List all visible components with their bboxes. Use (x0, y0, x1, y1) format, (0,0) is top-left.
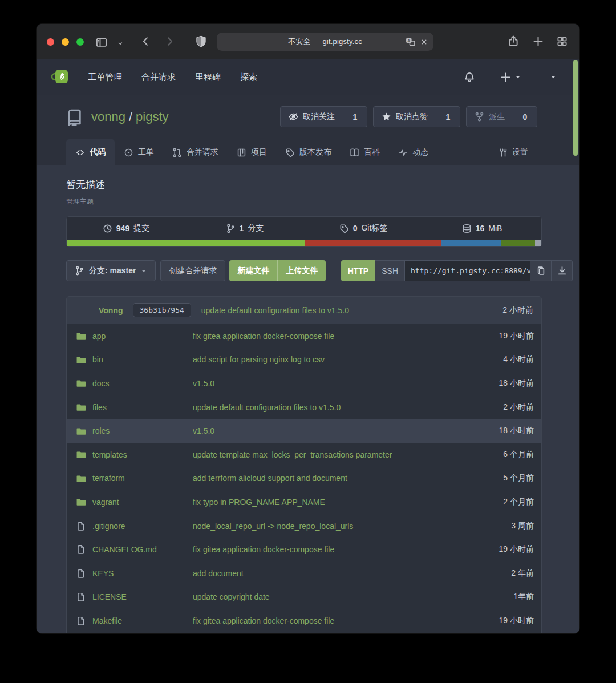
file-commit-time: 2 小时前 (503, 402, 534, 413)
commit-message-link[interactable]: update default configuration files to v1… (201, 306, 503, 315)
file-icon (76, 616, 92, 625)
file-name-link[interactable]: templates (92, 450, 193, 459)
navbar-item-工单管理[interactable]: 工单管理 (88, 72, 122, 83)
share-button[interactable] (508, 35, 519, 47)
file-row: docsv1.5.018 小时前 (67, 371, 541, 395)
file-commit-message-link[interactable]: v1.5.0 (193, 379, 499, 388)
clone-ssh-button[interactable]: SSH (375, 260, 405, 281)
file-name-link[interactable]: bin (92, 355, 193, 364)
tab-activity[interactable]: 动态 (389, 139, 437, 165)
file-commit-message-link[interactable]: fix typo in PROG_NAME APP_NAME (193, 498, 503, 507)
translate-icon[interactable]: A (406, 37, 415, 47)
commit-time: 2 小时前 (502, 305, 533, 316)
privacy-shield-icon[interactable] (195, 35, 207, 47)
file-name-link[interactable]: terraform (92, 474, 193, 483)
navbar-item-合并请求[interactable]: 合并请求 (141, 72, 176, 83)
file-name-link[interactable]: Makefile (92, 616, 193, 625)
navbar-item-里程碑[interactable]: 里程碑 (195, 72, 221, 83)
user-menu-caret-icon[interactable] (550, 74, 557, 80)
action-count[interactable]: 1 (436, 107, 460, 127)
clone-url-input[interactable]: http://git.pigsty.cc:8889/vonng (405, 260, 530, 281)
address-bar[interactable]: 不安全 — git.pigsty.cc A (217, 33, 433, 51)
action-label[interactable]: 取消关注 (281, 107, 343, 127)
tab-label: 项目 (251, 147, 267, 157)
file-commit-message-link[interactable]: fix gitea application docker-compose fil… (193, 545, 499, 554)
file-commit-time: 2 个月前 (503, 497, 534, 507)
manage-topics-link[interactable]: 管理主题 (66, 197, 542, 207)
file-commit-message-link[interactable]: v1.5.0 (193, 426, 499, 435)
copy-url-button[interactable] (530, 260, 552, 281)
sidebar-chevron-icon[interactable] (117, 40, 124, 47)
file-name-link[interactable]: app (92, 332, 193, 341)
repo-owner-link[interactable]: vonng (91, 110, 125, 124)
file-name-link[interactable]: docs (92, 379, 193, 388)
file-commit-message-link[interactable]: update template max_locks_per_transactio… (193, 450, 503, 459)
file-name-link[interactable]: files (92, 403, 193, 412)
minimize-window-button[interactable] (62, 38, 69, 46)
language-segment-1 (305, 240, 440, 246)
commit-hash[interactable]: 36b31b7954 (133, 303, 191, 317)
download-button[interactable] (552, 260, 573, 281)
close-window-button[interactable] (47, 38, 54, 46)
file-commit-message-link[interactable]: fix gitea application docker-compose fil… (193, 616, 499, 625)
file-name-link[interactable]: LICENSE (92, 592, 193, 601)
traffic-lights (47, 38, 84, 46)
gitea-logo-icon[interactable] (51, 68, 72, 86)
tab-pr[interactable]: 合并请求 (163, 139, 228, 165)
action-label[interactable]: 取消点赞 (374, 107, 436, 127)
tab-tag[interactable]: 版本发布 (276, 139, 341, 165)
file-name-link[interactable]: .gitignore (92, 522, 193, 531)
file-commit-message-link[interactable]: update default configuration files to v1… (193, 403, 503, 412)
navbar-item-探索[interactable]: 探索 (240, 72, 257, 83)
forward-button[interactable] (164, 36, 175, 47)
file-name-link[interactable]: vagrant (92, 498, 193, 507)
create-new-button[interactable] (500, 72, 521, 83)
tab-overview-button[interactable] (557, 36, 568, 47)
file-commit-message-link[interactable]: add document (193, 569, 511, 578)
file-commit-message-link[interactable]: update copyright date (193, 592, 513, 601)
create-pr-button[interactable]: 创建合并请求 (160, 260, 225, 281)
activity-icon (398, 148, 408, 157)
stat-db[interactable]: 16MiB (423, 224, 541, 233)
zoom-window-button[interactable] (76, 38, 84, 46)
file-name-link[interactable]: CHANGELOG.md (92, 545, 193, 554)
file-commit-message-link[interactable]: node_local_repo_url -> node_repo_local_u… (193, 522, 511, 531)
notifications-bell-icon[interactable] (464, 71, 475, 83)
stat-tag[interactable]: 0Git标签 (304, 223, 423, 233)
pr-icon (172, 148, 182, 157)
project-icon (237, 148, 246, 157)
upload-file-button[interactable]: 上传文件 (277, 260, 326, 281)
file-row: vagrantfix typo in PROG_NAME APP_NAME2 个… (67, 490, 541, 514)
repo-stats-box: 949提交1分支0Git标签16MiB (66, 216, 542, 247)
file-commit-message-link[interactable]: add script for parsing nginx log to csv (193, 355, 503, 364)
action-label[interactable]: 派生 (467, 107, 513, 127)
tab-code[interactable]: 代码 (66, 139, 115, 165)
tab-issue[interactable]: 工单 (115, 139, 163, 165)
clone-http-button[interactable]: HTTP (341, 260, 376, 281)
stat-history[interactable]: 949提交 (67, 223, 185, 233)
file-commit-message-link[interactable]: add terrform alicloud support and docume… (193, 474, 503, 483)
tab-project[interactable]: 项目 (228, 139, 276, 165)
file-name-link[interactable]: roles (92, 426, 193, 435)
file-name-link[interactable]: KEYS (92, 569, 193, 578)
action-count[interactable]: 1 (343, 107, 367, 127)
action-count[interactable]: 0 (513, 107, 537, 127)
repo-action-buttons: 取消关注1取消点赞1派生0 (280, 106, 537, 127)
new-file-button[interactable]: 新建文件 (229, 260, 277, 281)
tab-settings[interactable]: 设置 (489, 139, 537, 165)
stat-branch[interactable]: 1分支 (185, 223, 304, 233)
sidebar-toggle-icon[interactable] (96, 37, 107, 48)
action-fork-button[interactable]: 派生0 (466, 106, 537, 127)
action-eye-off-button[interactable]: 取消关注1 (280, 106, 367, 127)
page-scrollbar[interactable] (573, 60, 578, 156)
action-star-button[interactable]: 取消点赞1 (373, 106, 460, 127)
commit-author-link[interactable]: Vonng (99, 306, 123, 315)
repo-name-link[interactable]: pigsty (136, 110, 168, 124)
branch-selector[interactable]: 分支: master (66, 260, 156, 281)
stop-loading-icon[interactable] (420, 38, 428, 46)
tab-wiki[interactable]: 百科 (341, 139, 389, 165)
new-tab-button[interactable] (533, 36, 544, 47)
file-commit-message-link[interactable]: fix gitea application docker-compose fil… (193, 332, 499, 341)
back-button[interactable] (140, 36, 151, 47)
caret-down-icon (514, 74, 521, 80)
